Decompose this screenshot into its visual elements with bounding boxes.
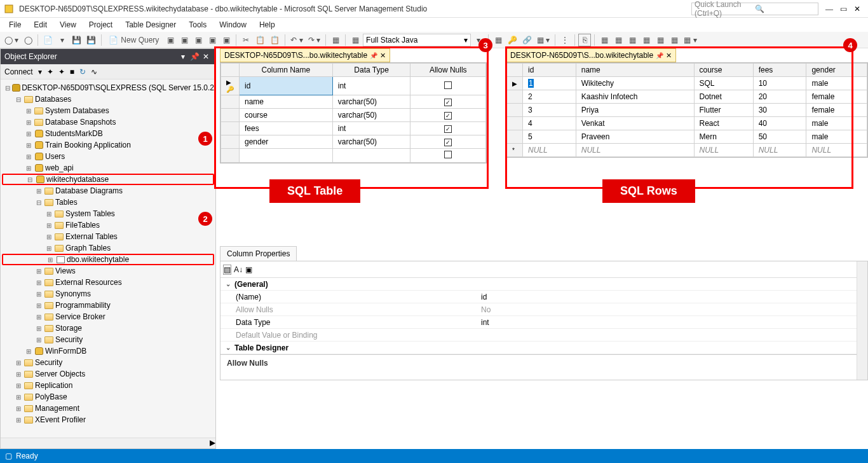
allow-nulls-checkbox[interactable]: ✓ <box>410 95 486 109</box>
menu-project[interactable]: Project <box>83 19 119 31</box>
menu-help[interactable]: Help <box>253 19 281 31</box>
row-header[interactable]: ▶ <box>507 77 523 90</box>
cell[interactable]: Priya <box>576 104 694 117</box>
column-header[interactable]: fees <box>753 64 806 77</box>
tool-icon[interactable]: ▦ <box>598 34 611 46</box>
tree-node[interactable]: ⊞Management <box>2 403 214 414</box>
props-page-icon[interactable]: ▣ <box>245 265 252 274</box>
column-header[interactable]: Allow Nulls <box>410 64 486 77</box>
menu-file[interactable]: File <box>3 19 27 31</box>
tree-node[interactable]: ⊞web_api <box>2 162 214 174</box>
designer-tab[interactable]: DESKTOP-N65D09T\S...bo.wikitechytable 📌 … <box>220 48 390 62</box>
property-section[interactable]: ⌄Table Designer <box>220 342 857 354</box>
tree-node[interactable]: ⊞External Tables <box>2 231 214 242</box>
tree-node[interactable]: ⊞Security <box>2 334 214 345</box>
allow-nulls-checkbox[interactable]: ✓ <box>410 135 486 149</box>
cell[interactable]: fees <box>240 122 333 135</box>
tree-node[interactable]: ⊞System Databases <box>2 105 214 116</box>
dax-icon[interactable]: ▣ <box>220 34 233 46</box>
tree-node[interactable]: ⊞FileTables <box>2 219 214 231</box>
cell[interactable]: 5 <box>523 130 576 144</box>
cell[interactable]: 10 <box>753 77 806 90</box>
cell[interactable]: SQL <box>694 77 753 90</box>
save-icon[interactable]: 💾 <box>70 34 83 46</box>
relation-icon[interactable]: 🔗 <box>520 34 534 46</box>
cell[interactable]: NULL <box>753 144 806 157</box>
tab-close-icon[interactable]: ✕ <box>666 52 672 60</box>
pin-icon[interactable]: 📌 <box>189 52 200 61</box>
restore-button[interactable]: ▭ <box>836 2 850 16</box>
alphabetical-icon[interactable]: A↓ <box>234 265 243 274</box>
cell[interactable]: female <box>806 90 867 104</box>
solution-config-combo[interactable]: Full Stack Java▾ <box>363 34 471 46</box>
row-header[interactable] <box>507 104 523 117</box>
cell[interactable]: varchar(50) <box>332 109 410 122</box>
object-explorer-tree[interactable]: ⊟ DESKTOP-N65D09T\SQLEXPRESS (SQL Server… <box>1 79 215 438</box>
row-header[interactable] <box>221 135 240 149</box>
tree-node[interactable]: ⊞Security <box>2 357 214 368</box>
property-section[interactable]: ⌄(General) <box>220 278 857 291</box>
cell[interactable]: 1 <box>523 77 576 90</box>
index-icon[interactable]: ▦ ▾ <box>535 34 552 46</box>
minimize-button[interactable]: — <box>822 2 836 16</box>
server-node[interactable]: DESKTOP-N65D09T\SQLEXPRESS (SQL Server 1… <box>22 83 214 92</box>
row-header[interactable]: ▶🔑 <box>221 77 240 95</box>
cell[interactable]: name <box>240 95 333 109</box>
allow-nulls-checkbox[interactable]: ✓ <box>410 122 486 135</box>
new-query-button[interactable]: 📄 New Query <box>105 34 163 46</box>
tree-node[interactable]: ⊞PolyBase <box>2 391 214 403</box>
cell[interactable]: 2 <box>523 90 576 104</box>
categorized-icon[interactable]: ▤ <box>223 265 231 275</box>
script-icon[interactable]: ⎘ <box>578 34 591 46</box>
undo-icon[interactable]: ↶ ▾ <box>288 34 304 46</box>
menu-view[interactable]: View <box>53 19 83 31</box>
h-scrollbar[interactable]: ▶ <box>1 438 215 448</box>
cell[interactable]: Flutter <box>694 104 753 117</box>
menu-table-designer[interactable]: Table Designer <box>119 19 182 31</box>
tool-icon[interactable]: ▦ <box>654 34 667 46</box>
property-row[interactable]: Default Value or Binding <box>220 329 857 342</box>
cell[interactable]: Kaashiv Infotech <box>576 90 694 104</box>
key-icon[interactable]: 🔑 <box>506 34 519 46</box>
allow-nulls-checkbox[interactable]: ✓ <box>410 109 486 122</box>
tree-node[interactable]: ⊞Programmability <box>2 300 214 311</box>
grid-icon[interactable]: ▦ <box>329 34 342 46</box>
cell[interactable]: Praveen <box>576 130 694 144</box>
menu-tools[interactable]: Tools <box>182 19 213 31</box>
column-header[interactable]: name <box>576 64 694 77</box>
cell[interactable] <box>240 149 333 163</box>
tree-node[interactable]: ⊞StudentsMarkDB <box>2 128 214 139</box>
tree-node[interactable]: ⊞WinFormDB <box>2 345 214 357</box>
save-all-icon[interactable]: 💾 <box>85 34 98 46</box>
cell[interactable]: 20 <box>753 90 806 104</box>
tree-node[interactable]: ⊟Tables <box>2 197 214 208</box>
tree-node[interactable]: ⊞Train Booking Application <box>2 139 214 151</box>
stop-icon[interactable]: ■ <box>70 67 74 76</box>
tree-node[interactable]: ⊞Database Snapshots <box>2 116 214 128</box>
misc-icon[interactable]: ⋮ <box>559 34 571 46</box>
close-button[interactable]: ✕ <box>850 2 864 16</box>
new-row-header[interactable]: * <box>507 144 523 157</box>
cell[interactable]: 30 <box>753 104 806 117</box>
xmla-icon[interactable]: ▣ <box>206 34 219 46</box>
close-panel-icon[interactable]: ✕ <box>200 52 212 61</box>
columns-grid[interactable]: Column Name Data Type Allow Nulls ▶🔑idin… <box>220 63 486 163</box>
cell[interactable]: female <box>806 104 867 117</box>
tool-icon[interactable]: ▦ <box>612 34 625 46</box>
debug-icon[interactable]: ▦ <box>349 34 362 46</box>
properties-tab[interactable]: Column Properties <box>220 246 297 261</box>
pin-icon[interactable]: 📌 <box>370 52 377 59</box>
diagram-icon[interactable]: ▦ <box>492 34 505 46</box>
property-row[interactable]: Data Typeint <box>220 316 857 329</box>
nav-back-button[interactable]: ◯ ▾ <box>3 34 20 46</box>
cell[interactable]: 50 <box>753 130 806 144</box>
mdx-icon[interactable]: ▣ <box>178 34 191 46</box>
cell[interactable] <box>332 149 410 163</box>
tool-icon[interactable]: ▦ ▾ <box>682 34 698 46</box>
tree-node[interactable]: ⊞System Tables <box>2 208 214 219</box>
column-header[interactable]: gender <box>806 64 867 77</box>
tool-icon[interactable]: ▦ <box>668 34 681 46</box>
column-header[interactable]: course <box>694 64 753 77</box>
cell[interactable]: int <box>332 122 410 135</box>
refresh-icon[interactable]: ↻ <box>79 67 86 76</box>
